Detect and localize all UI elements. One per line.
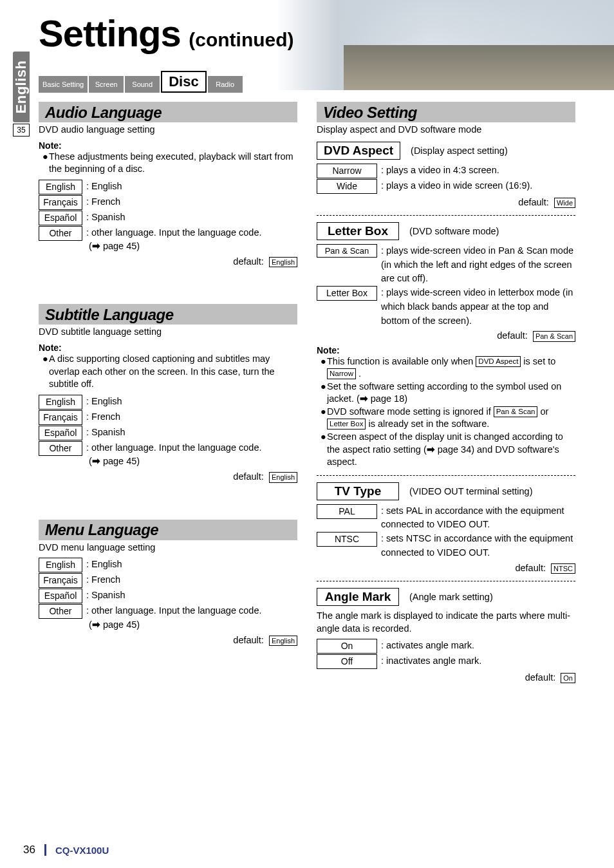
opt-pan-scan: Pan & Scan : plays wide-screen video in … <box>317 244 575 286</box>
audio-language-head: Audio Language <box>39 102 297 122</box>
dvd-aspect-default: default: Wide <box>317 197 575 209</box>
title-continued: (continued) <box>189 29 293 50</box>
tab-disc[interactable]: Disc <box>161 71 206 93</box>
right-column: Video Setting Display aspect and DVD sof… <box>317 102 575 842</box>
note-label: Note: <box>317 345 575 355</box>
divider <box>317 215 575 216</box>
audio-options: English : English Français : French Espa… <box>39 180 297 254</box>
menu-default: default: English <box>39 635 297 646</box>
video-note-1: ● This function is available only when D… <box>321 355 575 381</box>
bullet-icon: ● <box>321 381 327 406</box>
opt-other: Other : other language. Input the langua… <box>39 226 297 254</box>
opt-other: Other : other language. Input the langua… <box>39 441 297 469</box>
opt-espanol: Español : Spanish <box>39 589 297 604</box>
settings-tab-row: Basic Setting Screen Sound Disc Radio <box>39 71 243 93</box>
angle-default: default: On <box>317 672 575 684</box>
divider <box>317 581 575 581</box>
opt-narrow: Narrow : plays a video in 4:3 screen. <box>317 164 575 179</box>
subtitle-language-head: Subtitle Language <box>39 304 297 325</box>
bullet-icon: ● <box>42 151 49 176</box>
note-label: Note: <box>39 140 297 151</box>
side-language-tab: English <box>13 52 30 122</box>
opt-other: Other : other language. Input the langua… <box>39 604 297 632</box>
opt-off: Off : inactivates angle mark. <box>317 654 575 670</box>
tab-radio[interactable]: Radio <box>208 76 243 93</box>
audio-note: ● These adjustments being executed, play… <box>42 151 297 176</box>
bullet-icon: ● <box>42 353 49 391</box>
subtitle-note: ● A disc supporting closed captioning an… <box>42 353 297 391</box>
angle-mark-head: Angle Mark (Angle mark setting) <box>317 588 575 606</box>
tab-screen[interactable]: Screen <box>89 76 124 93</box>
arrow-icon: ➡ <box>92 619 100 630</box>
bullet-icon: ● <box>321 431 327 469</box>
video-note-2: ● Set the software setting according to … <box>321 381 575 406</box>
audio-language-sub: DVD audio language setting <box>39 124 297 137</box>
opt-francais: Français : French <box>39 410 297 426</box>
arrow-icon: ➡ <box>92 241 100 251</box>
footer-bar-icon <box>44 844 46 856</box>
opt-espanol: Español : Spanish <box>39 211 297 226</box>
video-note-3: ● DVD software mode setting is ignored i… <box>321 406 575 431</box>
subtitle-default: default: English <box>39 471 297 483</box>
tab-sound[interactable]: Sound <box>125 76 160 93</box>
arrow-icon: ➡ <box>427 444 435 455</box>
opt-wide: Wide : plays a video in wide screen (16:… <box>317 179 575 194</box>
page-title: Settings (continued) <box>39 12 294 55</box>
bullet-icon: ● <box>321 406 327 431</box>
bullet-icon: ● <box>321 355 327 381</box>
note-label: Note: <box>39 343 297 353</box>
footer: 36 CQ-VX100U <box>23 844 109 856</box>
opt-on: On : activates angle mark. <box>317 639 575 654</box>
page-number: 36 <box>23 844 35 856</box>
video-setting-head: Video Setting <box>317 102 575 122</box>
video-setting-sub: Display aspect and DVD software mode <box>317 124 575 137</box>
menu-language-head: Menu Language <box>39 520 297 540</box>
subtitle-options: English : English Français : French Espa… <box>39 395 297 469</box>
video-note-4: ● Screen aspect of the display unit is c… <box>321 431 575 469</box>
dvd-aspect-head: DVD Aspect (Display aspect setting) <box>317 142 575 160</box>
angle-desc: The angle mark is displayed to indicate … <box>317 610 575 635</box>
arrow-icon: ➡ <box>92 456 100 466</box>
content-area: Audio Language DVD audio language settin… <box>39 102 575 842</box>
side-page-ref: 35 <box>13 124 30 137</box>
menu-language-sub: DVD menu language setting <box>39 542 297 554</box>
opt-english: English : English <box>39 558 297 573</box>
opt-francais: Français : French <box>39 195 297 211</box>
opt-pal: PAL : sets PAL in accordance with the eq… <box>317 504 575 533</box>
opt-ntsc: NTSC : sets NTSC in accordance with the … <box>317 532 575 560</box>
letter-box-head: Letter Box (DVD software mode) <box>317 222 575 240</box>
tvtype-default: default: NTSC <box>317 563 575 574</box>
divider <box>317 475 575 476</box>
tab-basic-setting[interactable]: Basic Setting <box>39 76 88 93</box>
side-language-label: English <box>13 61 30 114</box>
opt-english: English : English <box>39 395 297 410</box>
left-column: Audio Language DVD audio language settin… <box>39 102 297 842</box>
opt-english: English : English <box>39 180 297 195</box>
letterbox-default: default: Pan & Scan <box>317 330 575 342</box>
tv-type-head: TV Type (VIDEO OUT terminal setting) <box>317 482 575 500</box>
subtitle-language-sub: DVD subtitle language setting <box>39 326 297 339</box>
arrow-icon: ➡ <box>360 393 368 404</box>
menu-options: English : English Français : French Espa… <box>39 558 297 632</box>
opt-letterbox: Letter Box : plays wide-screen video in … <box>317 286 575 328</box>
opt-francais: Français : French <box>39 573 297 589</box>
model-number: CQ-VX100U <box>55 845 109 856</box>
opt-espanol: Español : Spanish <box>39 426 297 441</box>
title-main: Settings <box>39 12 181 54</box>
audio-default: default: English <box>39 256 297 268</box>
